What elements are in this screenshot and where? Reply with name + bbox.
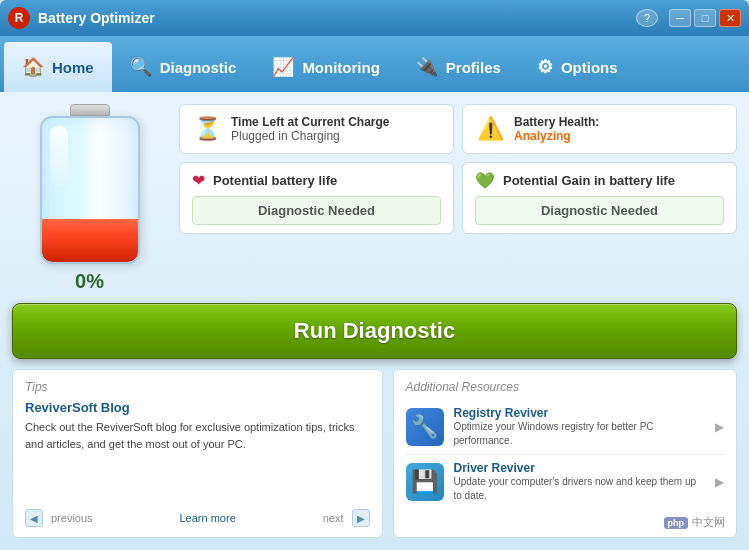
potential-gain-value: Diagnostic Needed: [475, 196, 724, 225]
app-title: Battery Optimizer: [38, 10, 636, 26]
nav-monitoring-label: Monitoring: [302, 59, 379, 76]
charge-icon: ⏳: [194, 116, 221, 142]
info-panels: ⏳ Time Left at Current Charge Plugged in…: [179, 104, 737, 293]
potential-gain-panel: 💚 Potential Gain in battery life Diagnos…: [462, 162, 737, 234]
diagnostic-icon: 🔍: [130, 56, 152, 78]
tips-text: Check out the ReviverSoft blog for exclu…: [25, 419, 370, 501]
php-logo: php: [664, 517, 689, 529]
minimize-button[interactable]: ─: [669, 9, 691, 27]
tips-navigation: ◀ previous Learn more next ▶: [25, 509, 370, 527]
run-diagnostic-label: Run Diagnostic: [294, 318, 455, 343]
close-label: ✕: [726, 12, 735, 25]
battery-percent: 0%: [75, 270, 104, 293]
potential-gain-header: 💚 Potential Gain in battery life: [475, 171, 724, 190]
charge-info-status: Plugged in Charging: [231, 129, 389, 143]
health-info-card: ⚠️ Battery Health: Analyzing: [462, 104, 737, 154]
registry-arrow-icon: ▶: [715, 420, 724, 434]
health-info-status: Analyzing: [514, 129, 599, 143]
battery-fill: [42, 219, 138, 262]
maximize-label: □: [702, 12, 709, 24]
tips-learn-more-link[interactable]: Learn more: [101, 512, 315, 524]
health-info-content: Battery Health: Analyzing: [514, 115, 599, 143]
potential-gain-title: Potential Gain in battery life: [503, 173, 675, 188]
minimize-label: ─: [676, 12, 684, 24]
registry-desc: Optimize your Windows registry for bette…: [454, 420, 706, 448]
maximize-button[interactable]: □: [694, 9, 716, 27]
resource-item-driver[interactable]: 💾 Driver Reviver Update your computer's …: [406, 455, 725, 509]
monitoring-icon: 📈: [272, 56, 294, 78]
tips-section-label: Tips: [25, 380, 370, 394]
nav-item-diagnostic[interactable]: 🔍 Diagnostic: [112, 42, 255, 92]
resources-section-label: Additional Resources: [406, 380, 725, 394]
app-icon-letter: R: [15, 11, 24, 25]
nav-item-monitoring[interactable]: 📈 Monitoring: [254, 42, 397, 92]
run-diagnostic-button[interactable]: Run Diagnostic: [12, 303, 737, 359]
profiles-icon: 🔌: [416, 56, 438, 78]
bottom-section: Tips ReviverSoft Blog Check out the Revi…: [12, 369, 737, 538]
driver-info: Driver Reviver Update your computer's dr…: [454, 461, 706, 503]
potential-battery-title: Potential battery life: [213, 173, 337, 188]
nav-profiles-label: Profiles: [446, 59, 501, 76]
resources-panel: Additional Resources 🔧 Registry Reviver …: [393, 369, 738, 538]
battery-body: [40, 116, 140, 264]
battery-cap: [70, 104, 110, 116]
charge-info-title: Time Left at Current Charge: [231, 115, 389, 129]
nav-home-label: Home: [52, 59, 94, 76]
title-bar: R Battery Optimizer ? ─ □ ✕: [0, 0, 749, 36]
battery-container: [35, 104, 145, 264]
heart-icon: ❤: [192, 171, 205, 190]
potential-battery-panel: ❤ Potential battery life Diagnostic Need…: [179, 162, 454, 234]
registry-title: Registry Reviver: [454, 406, 706, 420]
home-icon: 🏠: [22, 56, 44, 78]
charge-info-content: Time Left at Current Charge Plugged in C…: [231, 115, 389, 143]
nav-diagnostic-label: Diagnostic: [160, 59, 237, 76]
battery-visual: 0%: [12, 104, 167, 293]
options-icon: ⚙: [537, 56, 553, 78]
php-site-name: 中文网: [692, 515, 725, 530]
registry-info: Registry Reviver Optimize your Windows r…: [454, 406, 706, 448]
nav-item-home[interactable]: 🏠 Home: [4, 42, 112, 92]
help-label: ?: [644, 12, 650, 24]
health-icon: ⚠️: [477, 116, 504, 142]
driver-icon: 💾: [406, 463, 444, 501]
charge-info-card: ⏳ Time Left at Current Charge Plugged in…: [179, 104, 454, 154]
health-info-title: Battery Health:: [514, 115, 599, 129]
nav-item-options[interactable]: ⚙ Options: [519, 42, 636, 92]
tips-prev-label: previous: [51, 512, 93, 524]
close-button[interactable]: ✕: [719, 9, 741, 27]
tips-title: ReviverSoft Blog: [25, 400, 370, 415]
main-content: 0% ⏳ Time Left at Current Charge Plugged…: [0, 92, 749, 550]
app-icon: R: [8, 7, 30, 29]
driver-title: Driver Reviver: [454, 461, 706, 475]
resource-item-registry[interactable]: 🔧 Registry Reviver Optimize your Windows…: [406, 400, 725, 455]
registry-icon: 🔧: [406, 408, 444, 446]
tips-next-label: next: [323, 512, 344, 524]
top-section: 0% ⏳ Time Left at Current Charge Plugged…: [12, 104, 737, 293]
navigation-bar: 🏠 Home 🔍 Diagnostic 📈 Monitoring 🔌 Profi…: [0, 36, 749, 92]
driver-desc: Update your computer's drivers now and k…: [454, 475, 706, 503]
help-button[interactable]: ?: [636, 9, 658, 27]
potential-battery-value: Diagnostic Needed: [192, 196, 441, 225]
php-badge: php 中文网: [664, 515, 726, 530]
tips-prev-button[interactable]: ◀: [25, 509, 43, 527]
green-heart-icon: 💚: [475, 171, 495, 190]
driver-arrow-icon: ▶: [715, 475, 724, 489]
battery-shine: [50, 126, 68, 186]
tips-next-button[interactable]: ▶: [352, 509, 370, 527]
info-row-1: ⏳ Time Left at Current Charge Plugged in…: [179, 104, 737, 154]
nav-options-label: Options: [561, 59, 618, 76]
info-row-2: ❤ Potential battery life Diagnostic Need…: [179, 162, 737, 234]
potential-battery-header: ❤ Potential battery life: [192, 171, 441, 190]
nav-item-profiles[interactable]: 🔌 Profiles: [398, 42, 519, 92]
tips-panel: Tips ReviverSoft Blog Check out the Revi…: [12, 369, 383, 538]
